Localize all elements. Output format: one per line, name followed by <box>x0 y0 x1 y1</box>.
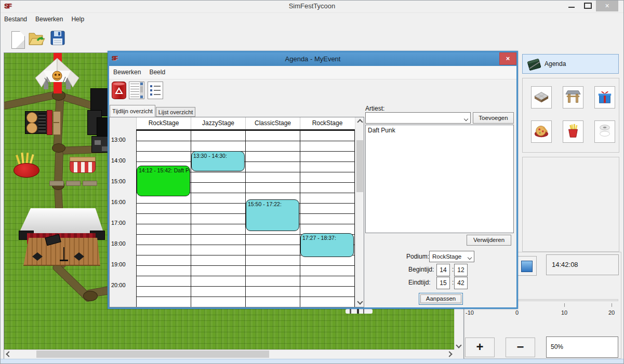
schedule-event[interactable]: 17:27 - 18:37: <box>300 233 354 257</box>
schedule-vertical-scrollbar[interactable] <box>355 117 364 307</box>
schedule-event[interactable]: 14:12 - 15:42: Daft Punk <box>137 166 190 196</box>
window-title: SimFestTycoon <box>0 0 624 12</box>
start-hour-field[interactable]: 14 <box>436 264 450 276</box>
artist-label: Artiest: <box>365 105 384 112</box>
list-view-button[interactable] <box>148 82 163 99</box>
menu-item-help[interactable]: Help <box>67 13 88 25</box>
schedule-event[interactable]: 15:50 - 17:22: <box>246 199 299 231</box>
add-artist-button[interactable]: Toevoegen <box>473 112 514 124</box>
map-horizontal-scrollbar[interactable] <box>4 349 454 358</box>
main-stage[interactable] <box>19 207 108 268</box>
shop-item-pizza-button[interactable] <box>531 120 552 143</box>
menu-item-bewerken[interactable]: Bewerken <box>31 13 67 25</box>
dialog-menu-item-beeld[interactable]: Beeld <box>145 66 169 78</box>
trash-icon <box>112 82 126 99</box>
schedule-scroll-up-button[interactable] <box>356 118 364 126</box>
schedule-event[interactable]: 13:30 - 14:30: <box>191 151 245 171</box>
platform-icon <box>534 89 549 106</box>
hour-label: 19:00 <box>111 261 135 269</box>
main-menubar: BestandBewerkenHelp <box>0 12 624 26</box>
bench[interactable] <box>53 111 61 135</box>
dialog-menubar: BewerkenBeeld <box>109 66 516 79</box>
clock-display: 14:42:08 <box>546 254 619 275</box>
minimize-icon <box>568 7 575 8</box>
time-colon: : <box>452 279 454 286</box>
dialog-close-button[interactable]: × <box>499 52 516 65</box>
dialog-menu-item-bewerken[interactable]: Bewerken <box>109 66 145 78</box>
agenda-dialog: SF Agenda - MyEvent × BewerkenBeeld T <box>108 51 518 309</box>
chevron-left-icon <box>6 351 11 357</box>
scroll-right-button[interactable] <box>445 350 454 358</box>
time-gutter: 13:0014:0015:0016:0017:0018:0019:0020:00 <box>110 117 136 307</box>
panel-item-agenda[interactable]: Agenda <box>522 54 619 74</box>
window-titlebar: SF SimFestTycoon × <box>0 0 624 12</box>
dialog-title: Agenda - MyEvent <box>109 52 516 66</box>
scroll-left-button[interactable] <box>4 350 14 358</box>
chevron-right-icon <box>446 351 452 357</box>
path-node <box>52 143 65 153</box>
path-node <box>83 291 98 301</box>
zoom-level-field[interactable]: 50% <box>546 336 618 358</box>
scroll-down-button[interactable] <box>455 341 462 349</box>
new-file-button[interactable] <box>4 28 24 48</box>
zoom-in-button[interactable]: + <box>465 338 495 357</box>
panel-item-label: Agenda <box>545 60 566 68</box>
hour-label: 17:00 <box>111 220 135 228</box>
shop-item-toilet-roll-button[interactable] <box>594 120 615 143</box>
zoom-out-button[interactable]: − <box>506 338 535 357</box>
schedule-pane: 13:0014:0015:0016:0017:0018:0019:0020:00… <box>109 117 364 307</box>
maximize-button[interactable] <box>580 0 594 11</box>
play-pause-button[interactable] <box>516 256 537 276</box>
striped-stand[interactable] <box>70 157 96 174</box>
shop-item-gate-button[interactable] <box>563 86 583 109</box>
timeline-view-button[interactable] <box>129 82 144 99</box>
podium-label: Podium: <box>406 253 429 260</box>
horizontal-scroll-thumb[interactable] <box>36 350 269 358</box>
hour-label: 13:00 <box>111 137 135 145</box>
chevron-down-icon <box>456 342 461 348</box>
shop-item-gift-button[interactable] <box>594 86 615 109</box>
podium-combobox[interactable]: RockStage <box>429 251 474 262</box>
tab-lijst-overzicht[interactable]: Lijst overzicht <box>156 107 195 117</box>
artist-combobox-value <box>368 113 461 123</box>
shop-item-platform-button[interactable] <box>531 86 552 109</box>
gate-icon <box>565 89 581 106</box>
chevron-up-icon <box>357 119 363 125</box>
main-toolbar <box>0 26 624 50</box>
schedule-scroll-thumb[interactable] <box>356 140 363 192</box>
start-time-label: Begintijd: <box>408 266 434 273</box>
hour-label: 20:00 <box>111 282 135 290</box>
menu-item-bestand[interactable]: Bestand <box>0 13 31 25</box>
fries-icon <box>565 123 581 141</box>
end-time-label: Eindtijd: <box>408 279 431 286</box>
save-file-button[interactable] <box>48 28 68 48</box>
hour-label: 18:00 <box>111 240 135 249</box>
dialog-titlebar[interactable]: SF Agenda - MyEvent × <box>109 52 516 66</box>
new-file-icon <box>11 31 25 49</box>
artist-combobox[interactable] <box>365 112 471 124</box>
close-button[interactable]: × <box>596 0 618 11</box>
burger-stand[interactable] <box>25 109 52 134</box>
time-colon: : <box>452 266 454 273</box>
artist-listbox[interactable]: Daft Punk <box>365 125 514 233</box>
fries-stand[interactable] <box>14 156 39 178</box>
white-tent[interactable] <box>34 57 80 91</box>
apply-button[interactable]: Aanpassen <box>419 293 463 305</box>
minimize-button[interactable] <box>564 0 579 11</box>
info-panel <box>522 157 619 252</box>
chevron-down-icon <box>464 117 468 121</box>
list-item[interactable]: Daft Punk <box>366 125 513 136</box>
schedule-scroll-down-button[interactable] <box>356 298 364 306</box>
end-minute-field[interactable]: 42 <box>454 277 468 289</box>
clipped-map-object <box>346 309 373 314</box>
open-file-button[interactable] <box>26 28 46 48</box>
shop-item-fries-button[interactable] <box>563 120 583 143</box>
save-floppy-icon <box>49 30 66 46</box>
end-hour-field[interactable]: 15 <box>436 277 450 289</box>
tab-tijdlijn-overzicht[interactable]: Tijdlijn overzicht <box>110 105 155 117</box>
start-minute-field[interactable]: 12 <box>454 264 468 276</box>
delete-event-button[interactable] <box>112 82 126 99</box>
agenda-book-icon <box>526 56 542 73</box>
remove-artist-button[interactable]: Verwijderen <box>467 235 511 246</box>
dirt-path <box>4 90 60 110</box>
